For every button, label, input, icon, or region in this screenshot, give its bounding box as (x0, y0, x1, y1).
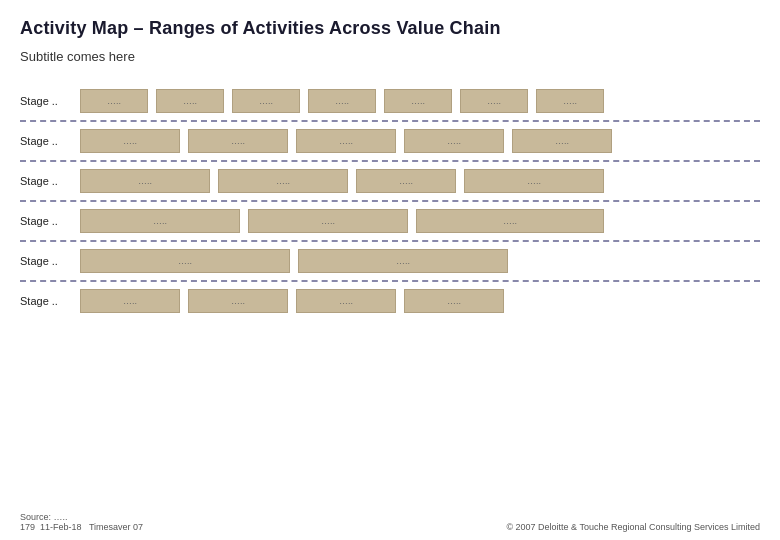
stage-row: Stage ..…..….. (20, 242, 760, 282)
activity-box: ….. (464, 169, 604, 193)
activity-box: ….. (156, 89, 224, 113)
activity-box: ….. (404, 289, 504, 313)
activity-box: ….. (248, 209, 408, 233)
stage-label: Stage .. (20, 255, 80, 267)
activity-box: ….. (80, 169, 210, 193)
activity-box: ….. (296, 129, 396, 153)
page: Activity Map – Ranges of Activities Acro… (0, 0, 780, 540)
activity-box: ….. (80, 89, 148, 113)
activity-box: ….. (460, 89, 528, 113)
source-value: ….. (54, 512, 68, 522)
footer-date: 11-Feb-18 (40, 522, 82, 532)
row-boxes: …..…..…..…..….. (80, 127, 760, 155)
stage-row: Stage ..…..…..….. (20, 202, 760, 242)
activity-box: ….. (298, 249, 508, 273)
footer-left: Source: ….. 179 11-Feb-18 Timesaver 07 (20, 512, 143, 532)
page-title: Activity Map – Ranges of Activities Acro… (20, 18, 760, 39)
source-label: Source: (20, 512, 51, 522)
stage-row: Stage ..…..…..…..….. (20, 162, 760, 202)
page-subtitle: Subtitle comes here (20, 49, 760, 64)
page-number: 179 (20, 522, 35, 532)
activity-box: ….. (80, 289, 180, 313)
activity-box: ….. (416, 209, 604, 233)
stage-row: Stage ..…..…..…..….. (20, 282, 760, 320)
stage-label: Stage .. (20, 175, 80, 187)
row-boxes: …..…..….. (80, 207, 760, 235)
activity-map: Stage ..…..…..…..…..…..…..…..Stage ..…..… (20, 82, 760, 320)
activity-box: ….. (80, 249, 290, 273)
row-boxes: …..…..…..….. (80, 287, 760, 315)
stage-label: Stage .. (20, 95, 80, 107)
stage-row: Stage ..…..…..…..…..….. (20, 122, 760, 162)
activity-box: ….. (384, 89, 452, 113)
stage-label: Stage .. (20, 215, 80, 227)
activity-box: ….. (80, 129, 180, 153)
row-boxes: …..….. (80, 247, 760, 275)
stage-row: Stage ..…..…..…..…..…..…..….. (20, 82, 760, 122)
footer-template: Timesaver 07 (89, 522, 143, 532)
activity-box: ….. (536, 89, 604, 113)
activity-box: ….. (232, 89, 300, 113)
activity-box: ….. (188, 129, 288, 153)
row-boxes: …..…..…..…..…..…..….. (80, 87, 760, 115)
stage-label: Stage .. (20, 295, 80, 307)
activity-box: ….. (296, 289, 396, 313)
activity-box: ….. (188, 289, 288, 313)
activity-box: ….. (404, 129, 504, 153)
activity-box: ….. (80, 209, 240, 233)
activity-box: ….. (308, 89, 376, 113)
activity-box: ….. (356, 169, 456, 193)
activity-box: ….. (218, 169, 348, 193)
stage-label: Stage .. (20, 135, 80, 147)
row-boxes: …..…..…..….. (80, 167, 760, 195)
activity-box: ….. (512, 129, 612, 153)
footer-copyright: © 2007 Deloitte & Touche Regional Consul… (506, 522, 760, 532)
